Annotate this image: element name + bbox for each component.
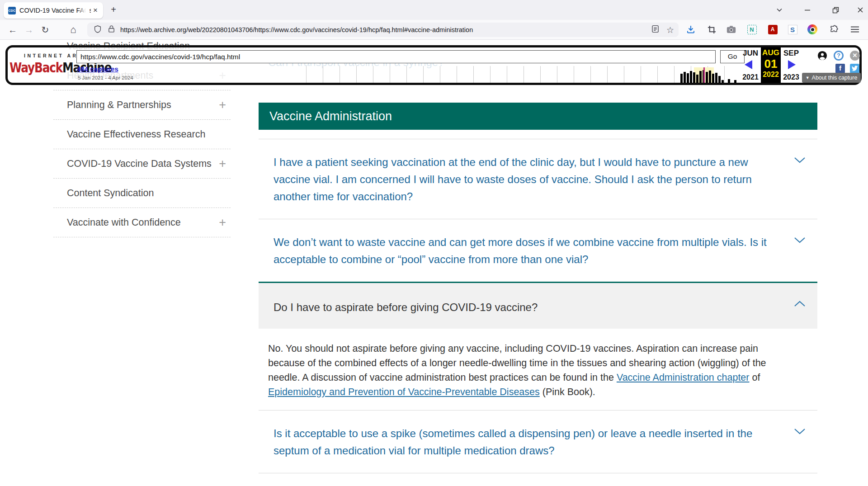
vaccine-administration-chapter-link[interactable]: Vaccine Administration chapter [617,372,750,383]
caret-down-icon: ▼ [806,75,810,80]
tab-list-chevron-icon[interactable] [773,5,786,15]
current-capture-column[interactable]: AUG 01 2022 [761,47,781,83]
chevron-down-icon[interactable] [794,428,806,437]
menu-hamburger-icon[interactable] [849,24,861,35]
sidebar-item-content-syndication[interactable]: Content Syndication [53,179,231,208]
forward-button[interactable]: → [22,23,36,37]
minimize-button[interactable] [801,5,814,15]
faq-question-row[interactable]: Is it acceptable to use a spike (sometim… [259,410,817,473]
adobe-pdf-icon[interactable]: A [767,24,778,35]
chevron-down-icon[interactable] [794,156,806,165]
chevron-up-icon[interactable] [794,300,806,309]
prev-year-label[interactable]: 2021 [740,73,761,81]
window-close-button[interactable] [854,5,867,15]
screenshot-crop-icon[interactable] [706,24,717,35]
notion-clipper-icon[interactable]: N [746,24,758,35]
current-month-label: AUG [761,48,781,57]
next-capture-arrow-icon[interactable] [788,60,796,69]
bookmark-star-icon[interactable]: ☆ [666,25,674,35]
current-capture-marker [703,67,705,83]
cdc-favicon: CDC [8,7,16,14]
lens-extension-icon[interactable] [807,24,818,35]
about-this-capture-label: About this capture [812,75,858,81]
reader-mode-icon[interactable] [651,25,659,35]
expand-plus-icon[interactable]: + [219,216,226,230]
pink-book-link[interactable]: Epidemiology and Prevention of Vaccine-P… [268,387,540,397]
new-tab-button[interactable]: + [108,4,119,16]
next-year-label[interactable]: 2023 [781,73,802,81]
faq-answer: No. You should not aspirate before givin… [259,329,817,410]
next-month-column: SEP 2023 [781,47,802,83]
chevron-down-icon[interactable] [794,236,806,245]
reload-button[interactable]: ↻ [38,23,52,37]
prev-month-label: JUN [740,49,761,58]
help-icon[interactable]: ? [834,51,844,61]
current-year-label: 2022 [761,71,781,79]
wayback-toolbar: INTERNET ARCHIVE WayBackMachine Go 484 c… [5,45,862,85]
timeline-ticks[interactable] [306,66,740,83]
wayback-url-input[interactable] [76,50,716,63]
tab-covid-faq[interactable]: CDC COVID-19 Vaccine FAQs for Hea × [4,2,103,19]
restore-button[interactable] [829,5,842,15]
prev-month-column: JUN 2021 [740,47,761,83]
downloads-icon[interactable] [685,24,697,35]
expand-plus-icon[interactable]: + [219,98,226,112]
tab-close-icon[interactable]: × [91,6,99,14]
browser-window: CDC COVID-19 Vaccine FAQs for Hea × + ← … [0,0,868,486]
back-button[interactable]: ← [5,23,20,37]
tab-bar: CDC COVID-19 Vaccine FAQs for Hea × + [0,0,868,20]
sidebar-item-covid19-vaccine-data-systems[interactable]: COVID-19 Vaccine Data Systems + [53,149,231,179]
captures-date-range: 5 Jan 2021 - 4 Apr 2024 [78,75,133,80]
twitter-share-icon[interactable] [850,64,859,73]
about-this-capture-button[interactable]: ▼ About this capture [802,73,861,83]
expand-plus-icon[interactable]: + [219,157,226,171]
faq-accordion: I have a patient seeking vaccination at … [259,139,817,473]
current-day-label: 01 [761,57,781,70]
captures-count-link[interactable]: 484 captures [77,65,118,73]
sidebar-item-planning-partnerships[interactable]: Planning & Partnerships + [53,90,231,120]
capture-histogram[interactable] [680,68,739,83]
sidebar-item-vaccine-effectiveness-research[interactable]: Vaccine Effectiveness Research [53,120,231,149]
faq-question-row-expanded[interactable]: Do I have to aspirate before giving COVI… [259,282,817,329]
camera-extension-icon[interactable] [725,24,737,35]
section-header-vaccine-administration: Vaccine Administration [259,103,817,130]
facebook-share-icon[interactable]: f [835,64,845,73]
extensions-puzzle-icon[interactable] [828,24,840,35]
faq-question-row[interactable]: I have a patient seeking vaccination at … [259,139,817,219]
cdc-page: Vaccine Recipient Education Health Depar… [0,40,868,486]
close-toolbar-icon[interactable]: ✕ [850,51,860,61]
sidebar-item-vaccinate-with-confidence[interactable]: Vaccinate with Confidence + [53,208,231,237]
faq-question-row[interactable]: We don’t want to waste vaccine and can g… [259,219,817,282]
next-month-label: SEP [781,49,802,58]
prev-capture-arrow-icon[interactable] [745,60,752,69]
tab-title-fade [78,4,90,17]
s-extension-icon[interactable]: S [787,24,798,35]
